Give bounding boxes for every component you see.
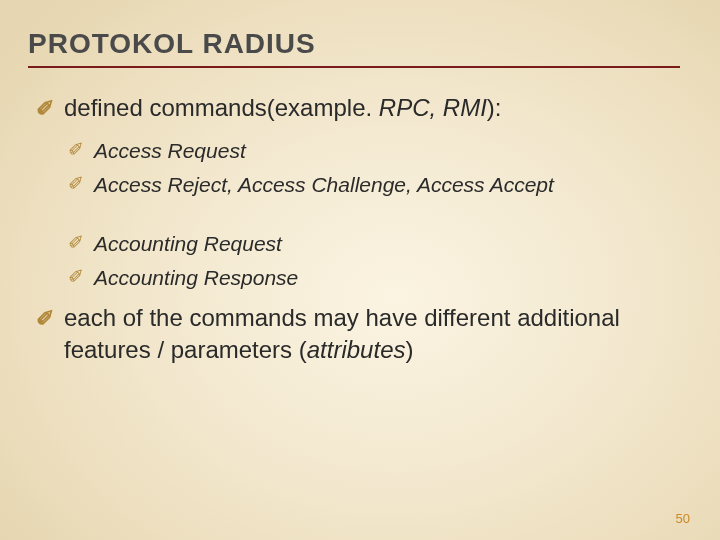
bullet-icon: ✐ (68, 264, 84, 291)
sub-accounting-request: ✐ Accounting Request (28, 229, 680, 258)
bullet-icon: ✐ (68, 171, 84, 198)
text: Accounting Request (94, 229, 282, 258)
sub-access-request: ✐ Access Request (28, 136, 680, 165)
text: each of the commands may have different … (64, 302, 680, 367)
bullet-icon: ✐ (68, 137, 84, 164)
title-block: PROTOKOL RADIUS (28, 28, 680, 68)
point-defined-commands: ✐ defined commands(example. RPC, RMI): (28, 92, 680, 124)
text: Access Request (94, 136, 246, 165)
text: Access Reject, Access Challenge, Access … (94, 170, 554, 199)
slide: PROTOKOL RADIUS ✐ defined commands(examp… (0, 0, 720, 540)
point-each-command: ✐ each of the commands may have differen… (28, 302, 680, 367)
bullet-icon: ✐ (36, 94, 54, 124)
slide-title: PROTOKOL RADIUS (28, 28, 680, 66)
bullet-icon: ✐ (36, 304, 54, 334)
sub-accounting-response: ✐ Accounting Response (28, 263, 680, 292)
text: defined commands(example. RPC, RMI): (64, 92, 502, 124)
text: Accounting Response (94, 263, 298, 292)
page-number: 50 (676, 511, 690, 526)
sub-access-reject: ✐ Access Reject, Access Challenge, Acces… (28, 170, 680, 199)
slide-content: ✐ defined commands(example. RPC, RMI): ✐… (28, 68, 680, 367)
bullet-icon: ✐ (68, 230, 84, 257)
